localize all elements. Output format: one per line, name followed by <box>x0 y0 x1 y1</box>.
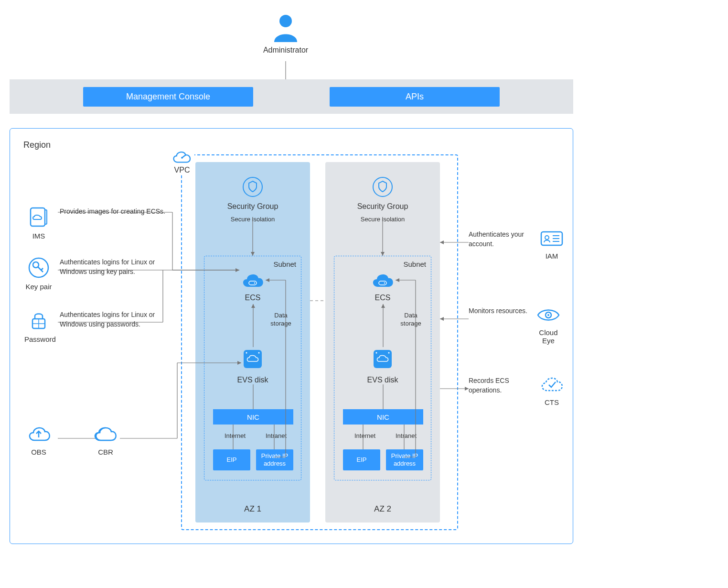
cts-label: CTS <box>537 398 566 406</box>
cloud-cts-icon <box>539 375 564 394</box>
svg-line-58 <box>41 268 43 270</box>
cloudeye-service: Monitors resources. Cloud Eye <box>469 305 563 345</box>
vpc-label: VPC <box>174 166 190 174</box>
eip-box: EIP <box>343 449 380 470</box>
lock-icon <box>28 309 50 331</box>
intranet-label: Intranet <box>266 432 287 439</box>
ecs-label: ECS <box>334 294 431 302</box>
iam-desc: Authenticates your account. <box>469 230 531 249</box>
password-service: Password Authenticates logins for Linux … <box>24 309 170 343</box>
svg-point-9 <box>258 352 260 354</box>
security-group-label: Security Group <box>195 202 310 211</box>
id-card-icon <box>539 229 564 248</box>
az2-ecs: ECS <box>334 271 431 302</box>
az1-label: AZ 1 <box>195 504 310 514</box>
intranet-label: Intranet <box>396 432 417 439</box>
svg-point-19 <box>373 177 392 196</box>
az1-box: Security Group Secure isolation Subnet E… <box>195 162 310 523</box>
ims-label: IMS <box>24 232 53 240</box>
data-storage-label: Data storage <box>396 312 425 328</box>
cloudeye-desc: Monitors resources. <box>469 306 527 316</box>
svg-point-3 <box>181 157 183 159</box>
evs-disk-icon <box>371 347 395 371</box>
user-icon <box>272 13 299 42</box>
cts-desc: Records ECS operations. <box>469 376 531 395</box>
bottom-services: OBS CBR <box>24 425 120 456</box>
keypair-service: Key pair Authenticates logins for Linux … <box>24 257 170 291</box>
cloud-vpc-icon <box>171 150 193 165</box>
password-label: Password <box>24 335 53 343</box>
svg-point-23 <box>376 352 377 354</box>
svg-marker-52 <box>465 387 469 391</box>
svg-point-8 <box>246 352 247 354</box>
apis-button[interactable]: APIs <box>330 87 500 107</box>
svg-point-21 <box>384 283 385 283</box>
evs-label: EVS disk <box>204 376 301 384</box>
svg-point-64 <box>545 236 549 240</box>
internet-label: Internet <box>225 432 246 439</box>
cloud-obs-icon <box>27 425 51 444</box>
administrator-block: Administrator <box>257 13 314 54</box>
az2-security-group: Security Group <box>325 176 440 211</box>
nic-box: NIC <box>343 409 423 425</box>
subnet-label: Subnet <box>273 260 296 268</box>
az1-evs: EVS disk <box>204 347 301 384</box>
data-storage-label: Data storage <box>267 312 295 328</box>
access-bar: Management Console APIs <box>10 79 573 114</box>
svg-point-24 <box>388 352 390 354</box>
obs-service: OBS <box>24 425 53 456</box>
cts-service: Records ECS operations. CTS <box>469 375 566 406</box>
az1-ecs: ECS <box>204 271 301 302</box>
az2-evs: EVS disk <box>334 347 431 384</box>
secure-isolation-label: Secure isolation <box>325 216 440 223</box>
eye-icon <box>536 305 561 325</box>
region-box: Region VPC Security Group Secure isolati… <box>10 128 573 544</box>
ims-icon <box>28 206 50 228</box>
obs-label: OBS <box>24 448 53 456</box>
evs-label: EVS disk <box>334 376 431 384</box>
svg-point-0 <box>279 15 292 27</box>
az2-box: Security Group Secure isolation Subnet E… <box>325 162 440 523</box>
subnet-label: Subnet <box>403 260 426 268</box>
keypair-label: Key pair <box>24 283 53 291</box>
nic-box: NIC <box>213 409 293 425</box>
cloud-cbr-icon <box>92 425 119 444</box>
eip-box: EIP <box>213 449 250 470</box>
administrator-label: Administrator <box>257 46 314 54</box>
svg-marker-11 <box>251 304 255 308</box>
region-label: Region <box>23 140 51 150</box>
secure-isolation-label: Secure isolation <box>195 216 310 223</box>
svg-marker-26 <box>381 304 385 308</box>
svg-point-4 <box>243 177 262 196</box>
evs-disk-icon <box>241 347 265 371</box>
internet-label: Internet <box>354 432 375 439</box>
cbr-service: CBR <box>91 425 120 456</box>
password-desc: Authenticates logins for Linux or Window… <box>60 310 170 329</box>
svg-rect-54 <box>45 210 47 224</box>
svg-point-6 <box>254 283 255 283</box>
svg-point-69 <box>547 314 549 316</box>
security-group-label: Security Group <box>325 202 440 211</box>
iam-service: Authenticates your account. IAM <box>469 229 566 260</box>
cbr-label: CBR <box>91 448 120 456</box>
shield-icon <box>242 176 263 197</box>
az2-label: AZ 2 <box>325 504 440 514</box>
az1-security-group: Security Group <box>195 176 310 211</box>
cloud-ecs-icon <box>240 271 265 290</box>
ims-desc: Provides images for creating ECSs. <box>60 207 165 217</box>
az1-subnet: Subnet ECS Data storage EVS disk NIC <box>204 256 301 480</box>
az2-subnet: Subnet ECS Data storage EVS disk NIC <box>334 256 431 480</box>
iam-label: IAM <box>537 252 566 260</box>
key-icon <box>28 257 50 279</box>
vpc-icon-wrap: VPC <box>170 150 194 174</box>
ecs-label: ECS <box>204 294 301 302</box>
management-console-button[interactable]: Management Console <box>83 87 253 107</box>
svg-marker-33 <box>381 252 385 256</box>
svg-marker-18 <box>251 252 255 256</box>
ims-service: IMS Provides images for creating ECSs. <box>24 206 165 240</box>
shield-icon <box>372 176 393 197</box>
keypair-desc: Authenticates logins for Linux or Window… <box>60 258 170 276</box>
private-ip-box: Private IP address <box>256 449 293 470</box>
private-ip-box: Private IP address <box>386 449 423 470</box>
cloudeye-label: Cloud Eye <box>534 328 563 345</box>
